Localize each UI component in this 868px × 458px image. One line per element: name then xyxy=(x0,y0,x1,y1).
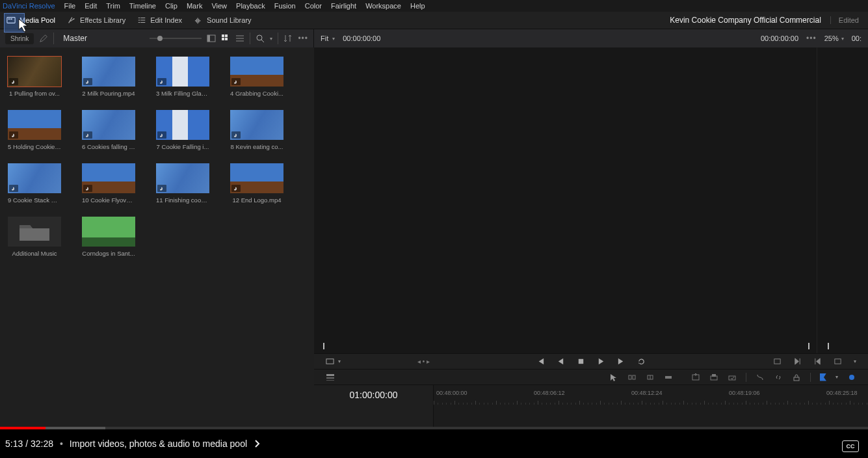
svg-point-16 xyxy=(86,135,87,137)
marker-flag-icon[interactable] xyxy=(820,373,826,381)
search-chevron-icon[interactable]: ▾ xyxy=(270,36,272,42)
shrink-button[interactable]: Shrink xyxy=(5,33,34,44)
menu-fairlight[interactable]: Fairlight xyxy=(331,2,356,10)
single-viewer-icon[interactable] xyxy=(834,357,842,366)
viewer-mode-icon[interactable] xyxy=(326,357,334,366)
clip-thumbnail xyxy=(230,110,283,140)
thumbnail-size-slider[interactable] xyxy=(150,38,202,39)
sort-icon[interactable] xyxy=(283,34,293,43)
menu-view[interactable]: View xyxy=(211,2,227,10)
list-view-icon[interactable] xyxy=(235,34,244,43)
clip-thumbnail xyxy=(82,163,135,193)
menu-workspace[interactable]: Workspace xyxy=(365,2,401,10)
menu-timeline[interactable]: Timeline xyxy=(129,2,156,10)
play-reverse-icon[interactable] xyxy=(557,357,565,366)
overwrite-clip-icon[interactable] xyxy=(709,373,718,382)
thumbnail-view-icon[interactable] xyxy=(221,34,230,43)
clip-thumbnail xyxy=(8,217,61,247)
clip-item[interactable]: 3 Milk Filling Glas... xyxy=(156,57,209,97)
match-frame-icon[interactable] xyxy=(773,357,782,366)
svg-rect-9 xyxy=(225,38,228,40)
clip-item[interactable]: 2 Milk Pouring.mp4 xyxy=(82,57,135,97)
track-headers[interactable] xyxy=(314,405,434,429)
arrow-tool-icon[interactable] xyxy=(609,373,618,382)
audio-badge-icon xyxy=(9,78,18,85)
svg-rect-33 xyxy=(665,376,672,379)
clip-name: 8 Kevin eating co... xyxy=(230,143,283,150)
dynamic-trim-icon[interactable] xyxy=(646,373,655,382)
replace-clip-icon[interactable] xyxy=(728,373,737,382)
clip-item[interactable]: 1 Pulling from ov... xyxy=(8,57,61,97)
clip-item[interactable]: Corndogs in Sant... xyxy=(82,217,135,257)
clip-name: 4 Grabbing Cooki... xyxy=(230,90,283,97)
menu-color[interactable]: Color xyxy=(305,2,322,10)
menu-mark[interactable]: Mark xyxy=(187,2,202,10)
metadata-view-icon[interactable] xyxy=(207,34,216,43)
viewer-options-icon[interactable]: ••• xyxy=(806,34,817,43)
source-viewer[interactable] xyxy=(314,47,868,353)
blade-edit-icon[interactable] xyxy=(756,373,765,382)
first-frame-icon[interactable] xyxy=(536,357,545,366)
svg-rect-27 xyxy=(326,374,334,376)
jog-control[interactable]: ◂ • ▸ xyxy=(417,358,430,365)
options-icon[interactable]: ••• xyxy=(298,34,308,43)
timeline-timecode[interactable]: 01:00:00:00 xyxy=(314,385,434,405)
stop-icon[interactable] xyxy=(577,357,585,366)
clip-thumbnail xyxy=(230,163,283,193)
trim-tool-icon[interactable] xyxy=(627,373,637,382)
clip-item[interactable]: 11 Finishing cooki... xyxy=(156,163,209,204)
pencil-icon[interactable] xyxy=(39,34,48,43)
menu-playback[interactable]: Playback xyxy=(236,2,265,10)
loop-icon[interactable] xyxy=(637,357,646,366)
clip-thumbnail xyxy=(8,57,61,87)
clip-item[interactable]: 8 Kevin eating co... xyxy=(230,110,283,150)
viewer-zoom-combo[interactable]: Fit▾ xyxy=(321,34,335,42)
closed-captions-button[interactable]: CC xyxy=(842,440,859,452)
mark-icon xyxy=(828,343,829,349)
clip-item[interactable]: 6 Cookies falling f... xyxy=(82,110,135,150)
timeline-ruler[interactable]: 00:48:00:0000:48:06:1200:48:12:2400:48:1… xyxy=(434,385,868,405)
next-edit-icon[interactable] xyxy=(793,357,802,366)
clip-item[interactable]: 10 Cookie Flyover... xyxy=(82,163,135,204)
menu-clip[interactable]: Clip xyxy=(165,2,178,10)
clip-name: Corndogs in Sant... xyxy=(82,250,135,257)
clip-item[interactable]: 12 End Logo.mp4 xyxy=(230,163,283,204)
search-icon[interactable] xyxy=(256,34,265,43)
track-area[interactable] xyxy=(434,405,868,429)
svg-rect-31 xyxy=(633,375,635,379)
blade-tool-icon[interactable] xyxy=(664,373,673,382)
video-chapter[interactable]: Import videos, photos & audio to media p… xyxy=(70,438,247,449)
play-icon[interactable] xyxy=(597,357,605,366)
svg-point-13 xyxy=(160,82,161,83)
menu-help[interactable]: Help xyxy=(410,2,425,10)
clip-item[interactable]: Additional Music xyxy=(8,217,61,257)
edit-index-button[interactable]: Edit Index xyxy=(137,16,182,25)
bin-path[interactable]: Master xyxy=(59,34,144,43)
clip-item[interactable]: 9 Cookie Stack Gr... xyxy=(8,163,61,204)
link-icon[interactable] xyxy=(774,373,783,382)
menu-edit[interactable]: Edit xyxy=(85,2,97,10)
last-frame-icon[interactable] xyxy=(617,357,625,366)
clip-item[interactable]: 5 Holding Cookie ... xyxy=(8,110,61,150)
clip-name: 7 Cookie Falling i... xyxy=(156,143,209,150)
chevron-right-icon xyxy=(252,439,261,448)
timeline-view-options-icon[interactable] xyxy=(326,373,335,382)
menubar: DaVinci Resolve File Edit Trim Timeline … xyxy=(0,0,868,12)
svg-point-10 xyxy=(257,35,262,40)
lock-icon[interactable] xyxy=(792,373,801,382)
timeline-zoom-combo[interactable]: 25%▾ xyxy=(824,34,844,42)
insert-clip-icon[interactable] xyxy=(691,373,700,382)
marker-dot-icon[interactable] xyxy=(847,373,856,382)
clip-name: 9 Cookie Stack Gr... xyxy=(8,196,61,204)
menu-trim[interactable]: Trim xyxy=(106,2,120,10)
prev-edit-icon[interactable] xyxy=(813,357,822,366)
effects-library-button[interactable]: Effects Library xyxy=(67,16,125,25)
clip-item[interactable]: 4 Grabbing Cooki... xyxy=(230,57,283,97)
menu-file[interactable]: File xyxy=(64,2,76,10)
extra-timecode: 00: xyxy=(852,34,861,42)
audio-badge-icon xyxy=(231,78,241,85)
menu-fusion[interactable]: Fusion xyxy=(274,2,296,10)
ruler-label: 00:48:06:12 xyxy=(534,390,565,396)
clip-item[interactable]: 7 Cookie Falling i... xyxy=(156,110,209,150)
sound-library-button[interactable]: Sound Library xyxy=(194,16,252,25)
